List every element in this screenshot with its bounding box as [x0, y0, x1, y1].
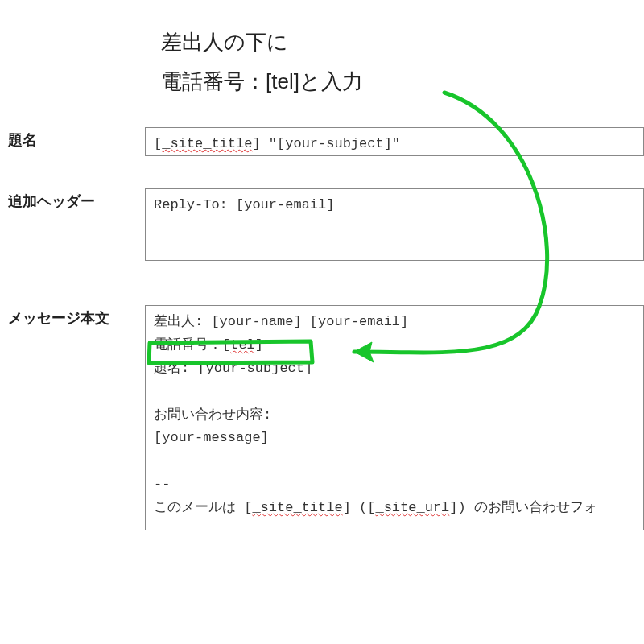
input-subject[interactable]: [_site_title] "[your-subject]": [145, 127, 644, 156]
row-additional-headers: 追加ヘッダー Reply-To: [your-email]: [0, 188, 644, 261]
headers-value: Reply-To: [your-email]: [154, 197, 334, 213]
row-subject: 題名 [_site_title] "[your-subject]": [0, 127, 644, 156]
body-line-sep: --: [154, 477, 179, 492]
label-additional-headers: 追加ヘッダー: [0, 188, 145, 211]
label-subject: 題名: [0, 127, 145, 150]
body-line-tel: 電話番号：[tel]: [154, 337, 263, 353]
instruction-annotation: 差出人の下に 電話番号：[tel]と入力: [161, 23, 363, 102]
instruction-line-1: 差出人の下に: [161, 23, 363, 62]
label-message-body: メッセージ本文: [0, 305, 145, 328]
body-line-inquiry-label: お問い合わせ内容:: [154, 407, 271, 423]
input-message-body[interactable]: 差出人: [your-name] [your-email] 電話番号：[tel]…: [145, 305, 644, 530]
row-message-body: メッセージ本文 差出人: [your-name] [your-email] 電話…: [0, 305, 644, 530]
input-additional-headers[interactable]: Reply-To: [your-email]: [145, 188, 644, 261]
body-line-message: [your-message]: [154, 430, 269, 445]
body-line-from: 差出人: [your-name] [your-email]: [154, 314, 408, 329]
instruction-line-2: 電話番号：[tel]と入力: [161, 62, 363, 101]
mail-settings-form: 題名 [_site_title] "[your-subject]" 追加ヘッダー…: [0, 127, 644, 530]
body-line-footer: このメールは [_site_title] ([_site_url]) のお問い合…: [154, 500, 597, 515]
body-line-subject: 題名: [your-subject]: [154, 361, 312, 376]
